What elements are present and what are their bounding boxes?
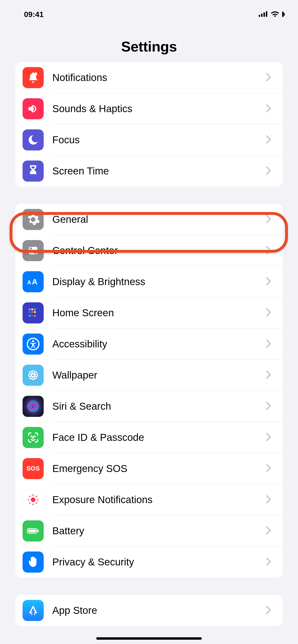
chevron-right-icon bbox=[266, 166, 275, 176]
svg-point-28 bbox=[34, 372, 37, 374]
row-notifications[interactable]: Notifications bbox=[15, 62, 283, 93]
svg-point-40 bbox=[28, 499, 29, 500]
chevron-right-icon bbox=[266, 526, 275, 536]
settings-group-general: General Control Center AA Display & Brig… bbox=[15, 204, 283, 578]
svg-rect-12 bbox=[31, 308, 33, 310]
speaker-icon bbox=[23, 98, 44, 119]
settings-group-appstore: App Store bbox=[15, 595, 283, 626]
row-general[interactable]: General bbox=[15, 204, 283, 235]
row-sounds-label: Sounds & Haptics bbox=[52, 103, 266, 114]
svg-point-35 bbox=[35, 436, 35, 436]
row-controlcenter[interactable]: Control Center bbox=[15, 235, 283, 266]
svg-point-21 bbox=[32, 340, 34, 342]
siri-icon bbox=[23, 396, 44, 417]
row-siri-label: Siri & Search bbox=[52, 400, 266, 412]
appstore-icon bbox=[23, 600, 44, 621]
flower-icon bbox=[23, 365, 44, 386]
chevron-right-icon bbox=[266, 402, 275, 411]
row-battery-label: Battery bbox=[52, 525, 266, 537]
hourglass-icon bbox=[23, 160, 44, 182]
svg-rect-19 bbox=[34, 315, 36, 317]
chevron-right-icon bbox=[266, 557, 275, 567]
svg-point-42 bbox=[29, 496, 31, 498]
hand-icon bbox=[23, 552, 44, 572]
row-sos-label: Emergency SOS bbox=[52, 463, 266, 474]
svg-rect-18 bbox=[31, 315, 33, 317]
svg-point-44 bbox=[29, 502, 31, 504]
svg-point-39 bbox=[32, 504, 34, 505]
cellular-icon bbox=[259, 11, 268, 18]
battery-icon bbox=[23, 520, 44, 542]
svg-point-30 bbox=[34, 376, 37, 379]
status-time: 09:41 bbox=[24, 10, 44, 19]
row-accessibility[interactable]: Accessibility bbox=[15, 328, 283, 360]
svg-rect-0 bbox=[259, 15, 260, 17]
page-title: Settings bbox=[0, 38, 298, 55]
svg-point-34 bbox=[31, 436, 32, 436]
row-exposure[interactable]: Exposure Notifications bbox=[15, 484, 283, 515]
row-controlcenter-label: Control Center bbox=[52, 245, 266, 256]
row-sounds[interactable]: Sounds & Haptics bbox=[15, 93, 283, 124]
svg-text:A: A bbox=[32, 278, 37, 286]
chevron-right-icon bbox=[266, 308, 275, 318]
settings-group-notifications: Notifications Sounds & Haptics Focus Scr… bbox=[15, 62, 283, 187]
row-accessibility-label: Accessibility bbox=[52, 338, 266, 350]
home-indicator[interactable] bbox=[96, 637, 202, 640]
svg-point-6 bbox=[30, 248, 32, 250]
chevron-right-icon bbox=[266, 495, 275, 504]
svg-point-43 bbox=[36, 496, 37, 498]
moon-icon bbox=[23, 130, 44, 150]
row-homescreen-label: Home Screen bbox=[52, 307, 266, 319]
svg-rect-14 bbox=[29, 311, 31, 313]
wifi-icon bbox=[271, 11, 279, 18]
exposure-icon bbox=[23, 489, 44, 510]
settings-list[interactable]: Notifications Sounds & Haptics Focus Scr… bbox=[0, 62, 298, 626]
svg-rect-16 bbox=[34, 311, 36, 313]
accessibility-icon bbox=[23, 334, 44, 354]
row-general-label: General bbox=[52, 214, 266, 225]
battery-icon bbox=[282, 12, 284, 16]
svg-text:A: A bbox=[27, 279, 31, 286]
row-screentime-label: Screen Time bbox=[52, 165, 266, 177]
svg-rect-48 bbox=[37, 530, 39, 532]
toggles-icon bbox=[23, 240, 44, 261]
row-focus-label: Focus bbox=[52, 134, 266, 146]
row-wallpaper-label: Wallpaper bbox=[52, 370, 266, 381]
status-indicators bbox=[259, 11, 284, 18]
row-privacy-label: Privacy & Security bbox=[52, 556, 266, 568]
svg-rect-17 bbox=[29, 315, 31, 317]
gear-icon bbox=[23, 209, 44, 230]
row-privacy[interactable]: Privacy & Security bbox=[15, 546, 283, 578]
chevron-right-icon bbox=[266, 246, 275, 256]
row-display-label: Display & Brightness bbox=[52, 276, 266, 288]
sos-icon: SOS bbox=[23, 458, 44, 479]
faceid-icon bbox=[23, 427, 44, 448]
chevron-right-icon bbox=[266, 277, 275, 286]
grid-icon bbox=[23, 302, 44, 324]
chevron-right-icon bbox=[266, 104, 275, 114]
status-bar: 09:41 bbox=[0, 0, 298, 29]
row-appstore[interactable]: App Store bbox=[15, 595, 283, 626]
row-siri[interactable]: Siri & Search bbox=[15, 391, 283, 422]
row-focus[interactable]: Focus bbox=[15, 124, 283, 156]
row-display[interactable]: AA Display & Brightness bbox=[15, 266, 283, 297]
row-wallpaper[interactable]: Wallpaper bbox=[15, 360, 283, 391]
row-faceid[interactable]: Face ID & Passcode bbox=[15, 422, 283, 453]
chevron-right-icon bbox=[266, 433, 275, 442]
row-battery[interactable]: Battery bbox=[15, 515, 283, 546]
svg-point-32 bbox=[31, 404, 36, 409]
row-homescreen[interactable]: Home Screen bbox=[15, 297, 283, 328]
svg-text:SOS: SOS bbox=[27, 465, 40, 472]
page-header: Settings bbox=[0, 29, 298, 62]
chevron-right-icon bbox=[266, 370, 275, 380]
svg-rect-1 bbox=[261, 14, 262, 17]
chevron-right-icon bbox=[266, 464, 275, 474]
aa-icon: AA bbox=[23, 271, 44, 292]
row-sos[interactable]: SOS Emergency SOS bbox=[15, 453, 283, 484]
row-appstore-label: App Store bbox=[52, 605, 266, 616]
svg-point-8 bbox=[34, 252, 37, 254]
row-screentime[interactable]: Screen Time bbox=[15, 156, 283, 187]
svg-rect-11 bbox=[29, 308, 31, 310]
svg-rect-15 bbox=[31, 311, 33, 313]
svg-rect-47 bbox=[28, 530, 36, 532]
